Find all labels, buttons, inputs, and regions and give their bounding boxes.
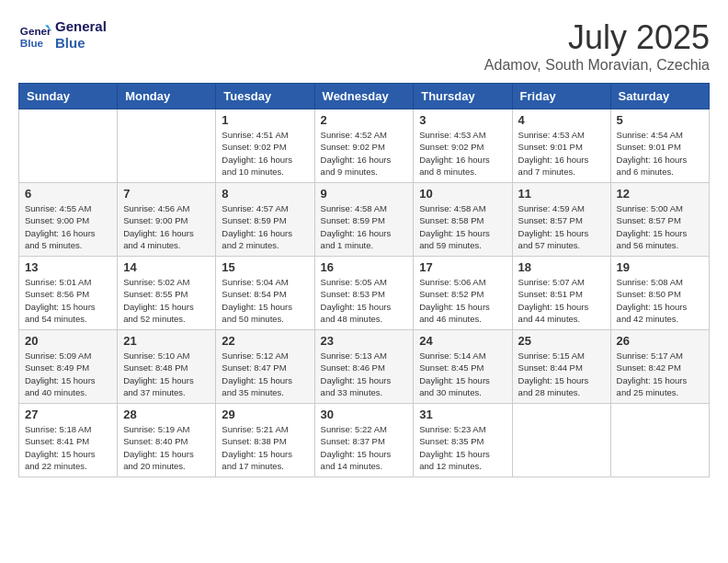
calendar-cell: 6Sunrise: 4:55 AM Sunset: 9:00 PM Daylig… (19, 183, 118, 257)
calendar-cell: 23Sunrise: 5:13 AM Sunset: 8:46 PM Dayli… (314, 330, 414, 404)
calendar-cell: 3Sunrise: 4:53 AM Sunset: 9:02 PM Daylig… (414, 109, 512, 183)
day-number: 16 (321, 260, 408, 274)
day-info: Sunrise: 5:04 AM Sunset: 8:54 PM Dayligh… (222, 276, 308, 325)
calendar-week-row: 6Sunrise: 4:55 AM Sunset: 9:00 PM Daylig… (19, 183, 710, 257)
location-subtitle: Adamov, South Moravian, Czechia (484, 57, 710, 74)
day-number: 4 (518, 113, 605, 127)
calendar-week-row: 1Sunrise: 4:51 AM Sunset: 9:02 PM Daylig… (19, 109, 710, 183)
day-info: Sunrise: 5:06 AM Sunset: 8:52 PM Dayligh… (419, 276, 506, 325)
calendar-cell: 17Sunrise: 5:06 AM Sunset: 8:52 PM Dayli… (414, 257, 512, 330)
svg-text:Blue: Blue (20, 37, 44, 49)
calendar-cell: 7Sunrise: 4:56 AM Sunset: 9:00 PM Daylig… (118, 183, 216, 257)
day-info: Sunrise: 5:13 AM Sunset: 8:46 PM Dayligh… (321, 350, 408, 398)
calendar-cell: 8Sunrise: 4:57 AM Sunset: 8:59 PM Daylig… (216, 183, 314, 257)
calendar-week-row: 13Sunrise: 5:01 AM Sunset: 8:56 PM Dayli… (19, 257, 710, 330)
calendar-cell: 24Sunrise: 5:14 AM Sunset: 8:45 PM Dayli… (414, 330, 512, 404)
day-number: 31 (419, 408, 506, 421)
calendar-cell: 5Sunrise: 4:54 AM Sunset: 9:01 PM Daylig… (610, 109, 709, 183)
day-info: Sunrise: 5:00 AM Sunset: 8:57 PM Dayligh… (617, 202, 703, 251)
title-block: July 2025 Adamov, South Moravian, Czechi… (484, 18, 710, 74)
day-info: Sunrise: 5:18 AM Sunset: 8:41 PM Dayligh… (25, 423, 111, 472)
day-info: Sunrise: 4:51 AM Sunset: 9:02 PM Dayligh… (222, 129, 308, 178)
calendar-header-row: SundayMondayTuesdayWednesdayThursdayFrid… (19, 84, 710, 109)
day-info: Sunrise: 4:58 AM Sunset: 8:59 PM Dayligh… (321, 202, 408, 251)
day-info: Sunrise: 4:55 AM Sunset: 9:00 PM Dayligh… (25, 202, 111, 251)
calendar-cell: 26Sunrise: 5:17 AM Sunset: 8:42 PM Dayli… (610, 330, 709, 404)
calendar-cell: 4Sunrise: 4:53 AM Sunset: 9:01 PM Daylig… (512, 109, 610, 183)
day-number: 30 (321, 408, 408, 421)
day-number: 2 (321, 113, 408, 127)
day-info: Sunrise: 5:08 AM Sunset: 8:50 PM Dayligh… (617, 276, 703, 325)
day-number: 23 (321, 334, 408, 348)
day-number: 24 (419, 334, 506, 348)
weekday-header: Monday (118, 84, 216, 109)
day-info: Sunrise: 5:17 AM Sunset: 8:42 PM Dayligh… (617, 350, 703, 398)
weekday-header: Tuesday (216, 84, 314, 109)
day-number: 13 (25, 260, 111, 274)
day-number: 29 (222, 408, 308, 421)
day-number: 14 (123, 260, 210, 274)
day-info: Sunrise: 4:57 AM Sunset: 8:59 PM Dayligh… (222, 202, 308, 251)
day-number: 11 (518, 187, 605, 201)
day-info: Sunrise: 5:05 AM Sunset: 8:53 PM Dayligh… (321, 276, 408, 325)
month-title: July 2025 (484, 18, 710, 57)
day-info: Sunrise: 4:58 AM Sunset: 8:58 PM Dayligh… (419, 202, 506, 251)
day-info: Sunrise: 4:59 AM Sunset: 8:57 PM Dayligh… (518, 202, 605, 251)
weekday-header: Friday (512, 84, 610, 109)
calendar-cell: 16Sunrise: 5:05 AM Sunset: 8:53 PM Dayli… (314, 257, 414, 330)
calendar-cell: 1Sunrise: 4:51 AM Sunset: 9:02 PM Daylig… (216, 109, 314, 183)
day-info: Sunrise: 5:22 AM Sunset: 8:37 PM Dayligh… (321, 423, 408, 472)
day-number: 21 (123, 334, 210, 348)
day-info: Sunrise: 5:01 AM Sunset: 8:56 PM Dayligh… (25, 276, 111, 325)
day-info: Sunrise: 5:09 AM Sunset: 8:49 PM Dayligh… (25, 350, 111, 398)
day-number: 10 (419, 187, 506, 201)
day-number: 18 (518, 260, 605, 274)
day-info: Sunrise: 5:14 AM Sunset: 8:45 PM Dayligh… (419, 350, 506, 398)
day-number: 22 (222, 334, 308, 348)
weekday-header: Sunday (19, 84, 118, 109)
day-number: 26 (617, 334, 703, 348)
calendar-cell: 11Sunrise: 4:59 AM Sunset: 8:57 PM Dayli… (512, 183, 610, 257)
day-number: 6 (25, 187, 111, 201)
calendar-cell: 9Sunrise: 4:58 AM Sunset: 8:59 PM Daylig… (314, 183, 414, 257)
day-number: 17 (419, 260, 506, 274)
day-number: 7 (123, 187, 210, 201)
day-info: Sunrise: 5:21 AM Sunset: 8:38 PM Dayligh… (222, 423, 308, 472)
day-number: 19 (617, 260, 703, 274)
calendar-cell: 13Sunrise: 5:01 AM Sunset: 8:56 PM Dayli… (19, 257, 118, 330)
calendar-cell: 14Sunrise: 5:02 AM Sunset: 8:55 PM Dayli… (118, 257, 216, 330)
logo-icon: General Blue (18, 18, 51, 52)
calendar-cell: 28Sunrise: 5:19 AM Sunset: 8:40 PM Dayli… (118, 404, 216, 477)
calendar-cell: 30Sunrise: 5:22 AM Sunset: 8:37 PM Dayli… (314, 404, 414, 477)
calendar-cell: 22Sunrise: 5:12 AM Sunset: 8:47 PM Dayli… (216, 330, 314, 404)
calendar-cell: 20Sunrise: 5:09 AM Sunset: 8:49 PM Dayli… (19, 330, 118, 404)
calendar-table: SundayMondayTuesdayWednesdayThursdayFrid… (18, 83, 710, 477)
day-info: Sunrise: 5:12 AM Sunset: 8:47 PM Dayligh… (222, 350, 308, 398)
day-number: 15 (222, 260, 308, 274)
day-number: 8 (222, 187, 308, 201)
calendar-cell (512, 404, 610, 477)
calendar-cell: 27Sunrise: 5:18 AM Sunset: 8:41 PM Dayli… (19, 404, 118, 477)
day-info: Sunrise: 5:23 AM Sunset: 8:35 PM Dayligh… (419, 423, 506, 472)
day-info: Sunrise: 5:19 AM Sunset: 8:40 PM Dayligh… (123, 423, 210, 472)
calendar-week-row: 27Sunrise: 5:18 AM Sunset: 8:41 PM Dayli… (19, 404, 710, 477)
weekday-header: Thursday (414, 84, 512, 109)
day-info: Sunrise: 4:54 AM Sunset: 9:01 PM Dayligh… (617, 129, 703, 178)
calendar-cell (610, 404, 709, 477)
day-number: 9 (321, 187, 408, 201)
calendar-cell: 10Sunrise: 4:58 AM Sunset: 8:58 PM Dayli… (414, 183, 512, 257)
calendar-cell (118, 109, 216, 183)
logo: General Blue General Blue (18, 18, 107, 52)
day-number: 3 (419, 113, 506, 127)
day-info: Sunrise: 4:53 AM Sunset: 9:01 PM Dayligh… (518, 129, 605, 178)
logo-blue: Blue (55, 35, 107, 52)
day-info: Sunrise: 4:52 AM Sunset: 9:02 PM Dayligh… (321, 129, 408, 178)
calendar-cell: 18Sunrise: 5:07 AM Sunset: 8:51 PM Dayli… (512, 257, 610, 330)
day-number: 27 (25, 408, 111, 421)
day-number: 28 (123, 408, 210, 421)
day-info: Sunrise: 5:02 AM Sunset: 8:55 PM Dayligh… (123, 276, 210, 325)
calendar-cell: 2Sunrise: 4:52 AM Sunset: 9:02 PM Daylig… (314, 109, 414, 183)
weekday-header: Wednesday (314, 84, 414, 109)
calendar-cell: 15Sunrise: 5:04 AM Sunset: 8:54 PM Dayli… (216, 257, 314, 330)
day-number: 12 (617, 187, 703, 201)
